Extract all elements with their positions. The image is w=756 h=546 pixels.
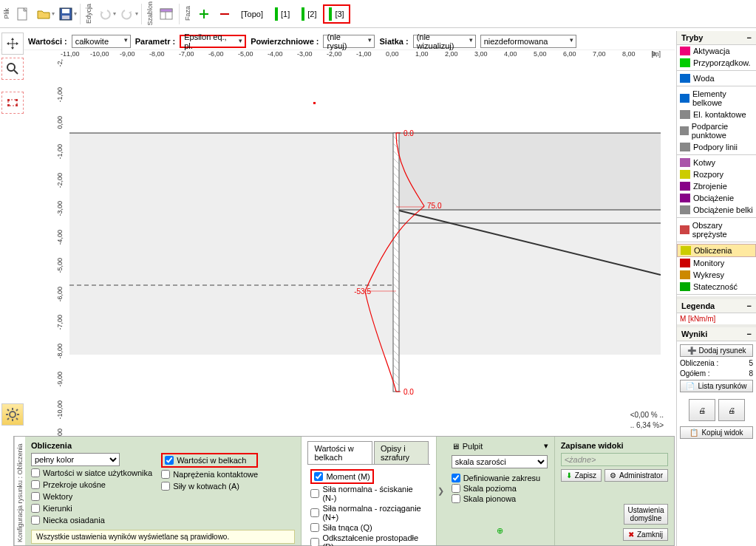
- kolor-select[interactable]: pełny kolor: [31, 453, 120, 466]
- chk-odksztal[interactable]: Odkształcenie prostopadłe (D): [310, 533, 426, 546]
- chk-naprezenia[interactable]: Naprężenia kontaktowe: [161, 469, 258, 480]
- phase-3[interactable]: [3]: [323, 4, 350, 24]
- svg-rect-2: [62, 9, 69, 13]
- undo-icon[interactable]: [95, 4, 115, 24]
- pow-combo[interactable]: (nie rysuj): [323, 35, 375, 48]
- tryby-item[interactable]: Zbrojenie: [677, 180, 756, 192]
- tryby-item[interactable]: Wykresy: [677, 269, 756, 281]
- chk-przekroje[interactable]: Przekroje ukośne: [31, 480, 152, 490]
- edit-label: Edycja: [84, 4, 94, 24]
- chk-skalapion[interactable]: Skala pionowa: [452, 494, 548, 504]
- tab-wartosci-belkach[interactable]: Wartości w belkach: [307, 441, 372, 464]
- open-file-icon[interactable]: [34, 4, 53, 24]
- dodaj-rysunek-button[interactable]: ➕Dodaj rysunek: [680, 344, 753, 357]
- zapisz-button[interactable]: ⬇Zapisz: [561, 469, 602, 482]
- tryby-item[interactable]: Kotwy: [677, 157, 756, 168]
- bottom-panel: Konfiguracja rysunku : Obliczenia Oblicz…: [13, 436, 675, 546]
- main-toolbar: Plik ▾ ▾ Edycja ▾ ▾ Szablon Faza [Topo] …: [0, 0, 756, 28]
- deform-combo[interactable]: niezdeformowana: [480, 35, 576, 48]
- admin-button[interactable]: ⚙Administrator: [605, 469, 668, 482]
- chk-sila-ns[interactable]: Siła normalna - ściskanie (N-): [310, 484, 426, 503]
- selection-tool-icon[interactable]: [1, 92, 24, 114]
- config-side-label: Konfiguracja rysunku : Obliczenia: [14, 437, 25, 545]
- phase-topo[interactable]: [Topo]: [236, 4, 268, 24]
- chk-defzakres[interactable]: Definiowanie zakresu: [452, 473, 548, 483]
- parametr-label: Parametr :: [135, 37, 175, 46]
- tryby-item[interactable]: Obszary sprężyste: [677, 219, 756, 240]
- left-toolbar: [1, 33, 27, 114]
- svg-rect-74: [313, 102, 316, 104]
- template-label: Szablon: [145, 1, 155, 26]
- redo-icon[interactable]: [118, 4, 137, 24]
- chk-niecka[interactable]: Niecka osiadania: [31, 515, 152, 525]
- minimize-icon[interactable]: −: [747, 330, 752, 338]
- chevron-down-icon[interactable]: ▾: [52, 10, 55, 17]
- zadne-field[interactable]: <żadne>: [561, 453, 668, 466]
- tryby-item[interactable]: Obciążenie belki: [677, 204, 756, 216]
- tryby-item[interactable]: Przyporządkow.: [677, 57, 756, 69]
- wyniki-header: Wyniki−: [677, 327, 756, 341]
- wartosci-label: Wartości :: [28, 37, 67, 46]
- svg-rect-3: [62, 16, 69, 19]
- kopiuj-widok-button[interactable]: 📋Kopiuj widok: [680, 426, 753, 439]
- tab-opisy[interactable]: Opisy i szrafury: [374, 441, 429, 464]
- svg-point-19: [10, 412, 16, 417]
- chevron-down-icon[interactable]: ▾: [74, 10, 77, 17]
- label-bend: -53.5: [354, 287, 371, 296]
- remove-phase-icon[interactable]: [215, 4, 234, 24]
- tryby-item[interactable]: Podpory linii: [677, 141, 756, 153]
- chk-wartosci-belkach[interactable]: Wartości w belkach: [165, 455, 254, 465]
- label-mid: 75.0: [427, 202, 442, 210]
- tryby-item[interactable]: Obciążenie: [677, 192, 756, 204]
- zoom-tool-icon[interactable]: [1, 58, 24, 80]
- tryby-item[interactable]: Stateczność: [677, 281, 756, 293]
- legenda-header: Legenda−: [677, 299, 756, 313]
- svg-line-26: [16, 409, 18, 411]
- tryby-item[interactable]: El. kontaktowe: [677, 109, 756, 120]
- tryby-item[interactable]: Rozpory: [677, 168, 756, 180]
- new-file-icon[interactable]: [13, 4, 33, 24]
- tryby-item[interactable]: Obliczenia: [677, 244, 756, 257]
- tryby-item[interactable]: Elementy belkowe: [677, 88, 756, 109]
- settings-gear-icon[interactable]: [1, 403, 24, 426]
- chk-kierunki[interactable]: Kierunki: [31, 503, 152, 513]
- add-phase-icon[interactable]: [194, 4, 214, 24]
- expand-arrow-icon[interactable]: ❯: [437, 437, 446, 545]
- siatka-combo[interactable]: (nie wizualizuj): [413, 35, 476, 48]
- parametr-combo[interactable]: Epsilon eq., pl.: [180, 35, 246, 48]
- zamknij-button[interactable]: ✖Zamknij: [623, 528, 668, 541]
- legenda-item: M [kNm/m]: [677, 313, 756, 324]
- tryby-item[interactable]: Podparcie punktowe: [677, 120, 756, 141]
- corner-percent-1: <0,00 % ..: [630, 411, 664, 419]
- pow-label: Powierzchniowe :: [251, 37, 319, 46]
- tryby-item[interactable]: Monitory: [677, 257, 756, 269]
- lista-rysunkow-button[interactable]: 📄Lista rysunków: [680, 380, 753, 392]
- chk-sila-nr[interactable]: Siła normalna - rozciąganie (N+): [310, 503, 426, 522]
- save-icon[interactable]: [56, 4, 75, 24]
- phase-1[interactable]: [1]: [270, 4, 295, 24]
- ruler-vertical: -2,-1,000,00-1,00-2,00-3,00-4,00-5,00-6,…: [56, 62, 69, 431]
- chk-moment[interactable]: Moment (M): [314, 471, 370, 482]
- tryby-item[interactable]: Aktywacja: [677, 45, 756, 57]
- minimize-icon[interactable]: −: [747, 301, 752, 310]
- chk-sily-kotwach[interactable]: Siły w kotwach (A): [161, 481, 258, 491]
- phase-2[interactable]: [2]: [296, 4, 321, 24]
- drawing-canvas[interactable]: -11,00-10,00-9,00-8,00-7,00-6,00-5,00-4,…: [28, 50, 668, 431]
- chk-siatka[interactable]: Wartości w siatce użytkownika: [31, 468, 152, 478]
- move-tool-icon[interactable]: [1, 33, 24, 55]
- chk-skalapoz[interactable]: Skala pozioma: [452, 483, 548, 494]
- svg-rect-18: [16, 104, 18, 106]
- chk-sila-t[interactable]: Siła tnąca (Q): [310, 522, 426, 533]
- template-icon[interactable]: [157, 4, 176, 24]
- print-color-icon[interactable]: 🖨: [718, 399, 745, 421]
- chk-wektory[interactable]: Wektory: [31, 491, 152, 502]
- tryby-item[interactable]: Woda: [677, 72, 756, 84]
- print-icon[interactable]: 🖨: [689, 399, 715, 421]
- skala-select[interactable]: skala szarości: [452, 455, 548, 468]
- wartosci-combo[interactable]: całkowite: [72, 35, 131, 48]
- minimize-icon[interactable]: −: [747, 33, 752, 42]
- add-green-icon[interactable]: ⊕: [452, 526, 548, 536]
- ustawienia-button[interactable]: Ustawienia domyślne: [624, 504, 668, 525]
- phase-label: Faza: [183, 6, 193, 21]
- obliczenia-title: Obliczenia: [31, 441, 295, 450]
